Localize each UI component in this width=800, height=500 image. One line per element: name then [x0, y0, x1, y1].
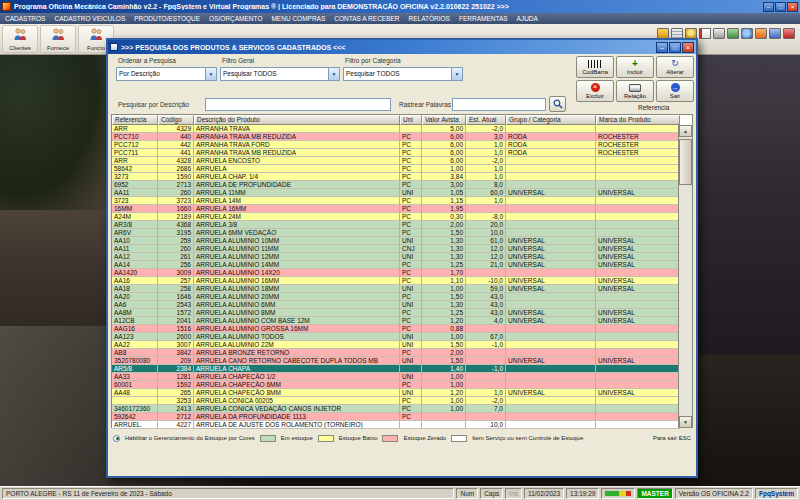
column-header[interactable]: Marca do Produto — [596, 115, 680, 125]
table-row[interactable]: 34601723602413ARRUELA CONICA VEDAÇÃO CAN… — [112, 405, 680, 413]
table-row[interactable]: 16MM1660ARRUELA 16MMPC1,95 — [112, 205, 680, 213]
menu-item-produto-estoque[interactable]: PRODUTO/ESTOQUE — [134, 15, 200, 22]
scroll-up-arrow-icon[interactable]: ▲ — [679, 125, 692, 137]
chevron-down-icon[interactable]: ▼ — [328, 68, 339, 80]
maximize-button[interactable]: □ — [775, 2, 786, 12]
chevron-down-icon[interactable]: ▼ — [451, 68, 462, 80]
table-row[interactable]: 32731590ARRUELA CHAP. 1/4PC3,841,0 — [112, 173, 680, 181]
menu-item-relat-rios[interactable]: RELATÓRIOS — [409, 15, 450, 22]
table-cell: UNIVERSAL — [596, 357, 680, 365]
table-row[interactable]: AB83842ARRUELA BRONZE RETORNOPC2,00 — [112, 349, 680, 357]
order-filter-select[interactable]: Por Descrição ▼ — [116, 67, 217, 81]
table-row[interactable]: 586422686ARRUELAPC1,001,0 — [112, 165, 680, 173]
search-description-input[interactable] — [205, 98, 391, 111]
toolbar-button-label: Funcio — [87, 45, 105, 51]
vertical-scrollbar[interactable]: ▲ ▼ — [678, 125, 692, 428]
table-row[interactable]: 69522713ARRUELA DE PROFUNDIDADEPC3,008,0 — [112, 181, 680, 189]
table-row[interactable]: 3520780080209ARRUELA CANO RETORNO CABEÇO… — [112, 357, 680, 365]
chart-icon[interactable] — [755, 28, 767, 39]
printer-icon[interactable] — [713, 28, 725, 39]
category-filter-select[interactable]: Pesquisar TODOS ▼ — [343, 67, 463, 81]
table-row[interactable]: AA48265ARRUELA CHAPEÇÃO 8MMUNI1,201,0UNI… — [112, 389, 680, 397]
table-row[interactable]: AA18258ARRUELA ALUMINIO 18MMUNI1,0059,0U… — [112, 285, 680, 293]
table-cell: ARRUELA CHAPEÇÃO 1/2 — [194, 373, 400, 381]
table-cell: 1,0 — [466, 389, 506, 397]
table-cell: 7,0 — [466, 405, 506, 413]
track-words-input[interactable] — [452, 98, 546, 111]
table-row[interactable]: AA201646ARRUELA ALUMINIO 20MMPC1,5043,0 — [112, 293, 680, 301]
fornece-button[interactable]: Fornece — [40, 25, 76, 53]
globe-icon[interactable] — [741, 28, 753, 39]
table-row[interactable]: A12CB2041ARRUELA ALUMINIO COM BASE 12MPC… — [112, 317, 680, 325]
menu-item-cadastro-veiculos[interactable]: CADASTRO VEICULOS — [54, 15, 125, 22]
menu-item-ferramentas[interactable]: FERRAMENTAS — [459, 15, 508, 22]
color-management-radio[interactable] — [113, 435, 120, 442]
search-button[interactable] — [549, 96, 566, 112]
table-row[interactable]: 3253ARRUELA CONICA 00205PC1,00-2,0 — [112, 397, 680, 405]
table-row[interactable]: PCC712442ARRANHA TRAVA FORDPC6,001,0RODA… — [112, 141, 680, 149]
table-row[interactable]: ARR4329ARRANHA TRAVA5,00-2,0 — [112, 125, 680, 133]
table-row[interactable]: AR3/84368ARRUELA 3/8PC2,0020,0 — [112, 221, 680, 229]
relacao-button[interactable]: Relação — [616, 80, 654, 102]
menu-item-os-or-amento[interactable]: OS/ORÇAMENTO — [209, 15, 262, 22]
dialog-minimize-button[interactable]: – — [656, 42, 668, 53]
menu-item-cadastros[interactable]: CADASTROS — [5, 15, 45, 22]
table-row[interactable]: AA14256ARRUELA ALUMINIO 14MMPC1,2521,0UN… — [112, 261, 680, 269]
alterar-button[interactable]: ↻Alterar — [656, 56, 694, 78]
table-row[interactable]: ARR4328ARRUELA ENCOSTOPC6,00-2,0 — [112, 157, 680, 165]
table-row-selected[interactable]: AR5/82384ARRUELA CHAPA1,40-1,0 — [112, 365, 680, 373]
chevron-down-icon[interactable]: ▼ — [205, 68, 216, 80]
table-cell: ARRUELA ALUMINIO 8MM — [194, 309, 400, 317]
table-row[interactable]: ARRUEL.4227ARRUELA DE AJUSTE DOS ROLAMEN… — [112, 421, 680, 429]
close-button[interactable]: × — [787, 2, 798, 12]
clientes-button[interactable]: Clientes — [2, 25, 38, 53]
table-row[interactable]: AA12261ARRUELA ALUMINIO 12MMUNI1,3012,0U… — [112, 253, 680, 261]
power-icon[interactable] — [783, 28, 795, 39]
table-row[interactable]: AA331281ARRUELA CHAPEÇÃO 1/2UNI1,00 — [112, 373, 680, 381]
table-cell: PC — [400, 381, 422, 389]
column-header[interactable]: Uni — [400, 115, 422, 125]
table-row[interactable]: PCC710440ARRANHA TRAVA MB REDUZIDAPC6,00… — [112, 133, 680, 141]
table-row[interactable]: AA10259ARRUELA ALUMINIO 10MMUNI1,3061,0U… — [112, 237, 680, 245]
menu-item-contas-a-receber[interactable]: CONTAS A RECEBER — [334, 15, 399, 22]
column-header[interactable]: Valor Avista — [422, 115, 466, 125]
column-header[interactable]: Grupo / Categoria — [506, 115, 596, 125]
table-row[interactable]: 5926422712ARRUELA DA PROFUNDIDADE 1113PC — [112, 413, 680, 421]
dialog-close-button[interactable]: × — [682, 42, 694, 53]
table-row[interactable]: 37233723ARRUELA 14MPC1,151,0 — [112, 197, 680, 205]
table-row[interactable]: AA8M1572ARRUELA ALUMINIO 8MMPC1,2543,0UN… — [112, 309, 680, 317]
sair-button[interactable]: →Sair — [656, 80, 694, 102]
help-icon[interactable] — [769, 28, 781, 39]
table-cell: ARRUELA 11MM — [194, 189, 400, 197]
codbarra-button[interactable]: CodBarra — [576, 56, 614, 78]
general-filter-select[interactable]: Pesquisar TODOS ▼ — [220, 67, 340, 81]
column-header[interactable]: Descrição do Produto — [194, 115, 400, 125]
incluir-button[interactable]: +Incluir — [616, 56, 654, 78]
scroll-down-arrow-icon[interactable]: ▼ — [679, 416, 692, 428]
excluir-button[interactable]: ×Excluir — [576, 80, 614, 102]
table-row[interactable]: 600011592ARRUELA CHAPEÇÃO 6MMPC1,00 — [112, 381, 680, 389]
scrollbar-thumb[interactable] — [679, 139, 692, 185]
column-header[interactable]: Referencia — [112, 115, 158, 125]
table-row[interactable]: AA16257ARRUELA ALUMINIO 16MMPC1,10-10,0U… — [112, 277, 680, 285]
notes-icon[interactable] — [699, 28, 711, 39]
column-header[interactable]: Est. Atual — [466, 115, 506, 125]
tools-icon[interactable] — [727, 28, 739, 39]
column-header[interactable]: Código — [158, 115, 194, 125]
table-row[interactable]: AA11260ARRUELA 11MMUNI1,0560,0UNIVERSALU… — [112, 189, 680, 197]
table-row[interactable]: AA11260ARRUELA ALUMINIO 11MMCNJ1,3012,0U… — [112, 245, 680, 253]
minimize-button[interactable]: – — [763, 2, 774, 12]
table-row[interactable]: PCC711441ARRANHA TRAVA MB REDUZIDAPC6,00… — [112, 149, 680, 157]
table-row[interactable]: AA1232600ARRUELA ALUMINIO TODOSUNI1,0067… — [112, 333, 680, 341]
table-row[interactable]: AA14203009ARRUELA ALUMINIO 14X20PC1,70 — [112, 269, 680, 277]
menu-item-menu-compras[interactable]: MENU COMPRAS — [271, 15, 325, 22]
table-cell: PC — [400, 173, 422, 181]
table-row[interactable]: AAG161516ARRUELA ALUMINIO GROSSA 16MMPC0… — [112, 325, 680, 333]
table-row[interactable]: AR6V3195ARRUELA 6MM VEDAÇÃOPC1,5010,0 — [112, 229, 680, 237]
status-num-lock: Num — [456, 488, 478, 499]
table-row[interactable]: AA62543ARRUELA ALUMINIO 6MMUNI1,3043,0 — [112, 301, 680, 309]
dialog-maximize-button[interactable]: □ — [669, 42, 681, 53]
table-row[interactable]: A24M2189ARRUELA 24MPC0,30-8,0 — [112, 213, 680, 221]
table-row[interactable]: AA223007ARRUELA ALUMINIO 22MUNI1,50-1,0 — [112, 341, 680, 349]
menu-item-ajuda[interactable]: AJUDA — [517, 15, 538, 22]
